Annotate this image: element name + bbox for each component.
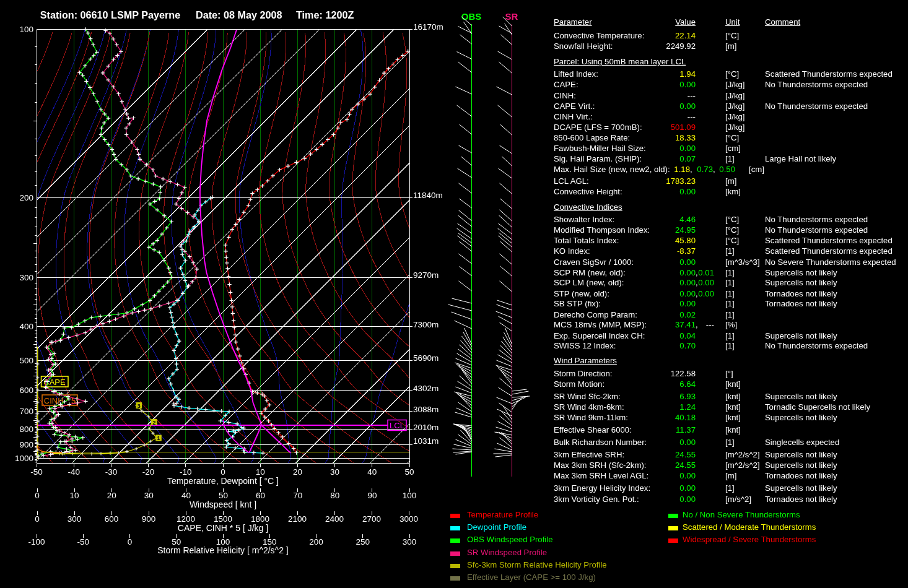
svg-text:2: 2 bbox=[152, 419, 155, 426]
svg-text:0: 0 bbox=[35, 514, 40, 524]
svg-text:9270m: 9270m bbox=[413, 270, 439, 280]
svg-text:-50: -50 bbox=[77, 537, 89, 547]
svg-text:200: 200 bbox=[19, 193, 33, 202]
svg-text:10: 10 bbox=[256, 467, 265, 477]
svg-text:1500: 1500 bbox=[214, 514, 232, 524]
svg-text:70: 70 bbox=[293, 491, 302, 500]
svg-text:0: 0 bbox=[128, 537, 133, 547]
svg-text:2100: 2100 bbox=[288, 514, 307, 524]
svg-text:Windspeed [ knt ]: Windspeed [ knt ] bbox=[190, 499, 256, 509]
svg-text:CAPE, CINH * 5 [ J/kg ]: CAPE, CINH * 5 [ J/kg ] bbox=[178, 523, 268, 533]
svg-text:50: 50 bbox=[404, 467, 414, 477]
svg-text:16170m: 16170m bbox=[413, 22, 443, 32]
svg-text:20: 20 bbox=[107, 491, 116, 500]
svg-text:-30: -30 bbox=[105, 467, 118, 477]
svg-text:3: 3 bbox=[138, 402, 141, 409]
svg-text:11840m: 11840m bbox=[413, 191, 443, 200]
svg-text:1031m: 1031m bbox=[413, 436, 439, 446]
svg-text:-50: -50 bbox=[30, 467, 43, 477]
svg-text:2700: 2700 bbox=[362, 514, 381, 524]
svg-text:30: 30 bbox=[144, 491, 154, 500]
svg-text:60: 60 bbox=[256, 491, 265, 500]
svg-text:SR: SR bbox=[505, 11, 518, 22]
svg-text:90: 90 bbox=[367, 491, 377, 500]
svg-text:5690m: 5690m bbox=[413, 353, 439, 363]
svg-text:200: 200 bbox=[309, 537, 323, 547]
svg-text:300: 300 bbox=[68, 514, 82, 524]
svg-text:300: 300 bbox=[19, 273, 33, 282]
svg-text:-40: -40 bbox=[68, 467, 80, 477]
svg-text:600: 600 bbox=[19, 386, 33, 395]
svg-text:-20: -20 bbox=[142, 467, 155, 477]
svg-text:40: 40 bbox=[181, 491, 191, 500]
svg-text:OBS: OBS bbox=[461, 11, 482, 22]
svg-text:900: 900 bbox=[142, 514, 156, 524]
svg-text:600: 600 bbox=[105, 514, 119, 524]
svg-text:0: 0 bbox=[35, 491, 40, 500]
svg-text:100: 100 bbox=[19, 25, 33, 34]
svg-text:20: 20 bbox=[293, 467, 302, 477]
svg-text:40: 40 bbox=[367, 467, 377, 477]
svg-text:1000: 1000 bbox=[15, 454, 33, 463]
svg-text:50: 50 bbox=[219, 491, 228, 500]
svg-text:1200: 1200 bbox=[177, 514, 195, 524]
svg-text:2400: 2400 bbox=[325, 514, 344, 524]
svg-text:1: 1 bbox=[157, 435, 160, 441]
svg-text:500: 500 bbox=[19, 356, 33, 365]
svg-text:250: 250 bbox=[356, 537, 370, 547]
svg-text:100: 100 bbox=[403, 491, 417, 500]
svg-text:4302m: 4302m bbox=[413, 384, 439, 393]
svg-text:1800: 1800 bbox=[251, 514, 269, 524]
svg-text:80: 80 bbox=[330, 491, 339, 500]
svg-text:3000: 3000 bbox=[399, 514, 418, 524]
svg-text:2010m: 2010m bbox=[413, 423, 439, 432]
svg-text:-100: -100 bbox=[28, 537, 45, 547]
svg-text:400: 400 bbox=[19, 322, 33, 331]
svg-text:3088m: 3088m bbox=[413, 405, 439, 414]
svg-text:0: 0 bbox=[220, 467, 225, 477]
svg-text:900: 900 bbox=[19, 440, 33, 449]
svg-text:Storm Relative Helicity [ m^2: Storm Relative Helicity [ m^2/s^2 ] bbox=[157, 545, 289, 555]
svg-text:LCL: LCL bbox=[390, 421, 404, 430]
svg-text:10: 10 bbox=[70, 491, 79, 500]
svg-text:7300m: 7300m bbox=[413, 320, 439, 329]
svg-text:-10: -10 bbox=[180, 467, 192, 477]
svg-text:700: 700 bbox=[19, 407, 33, 416]
svg-text:800: 800 bbox=[19, 425, 33, 434]
svg-text:300: 300 bbox=[403, 537, 417, 547]
svg-text:30: 30 bbox=[330, 467, 339, 477]
svg-text:Temperature, Dewpoint [ °C ]: Temperature, Dewpoint [ °C ] bbox=[167, 476, 279, 486]
